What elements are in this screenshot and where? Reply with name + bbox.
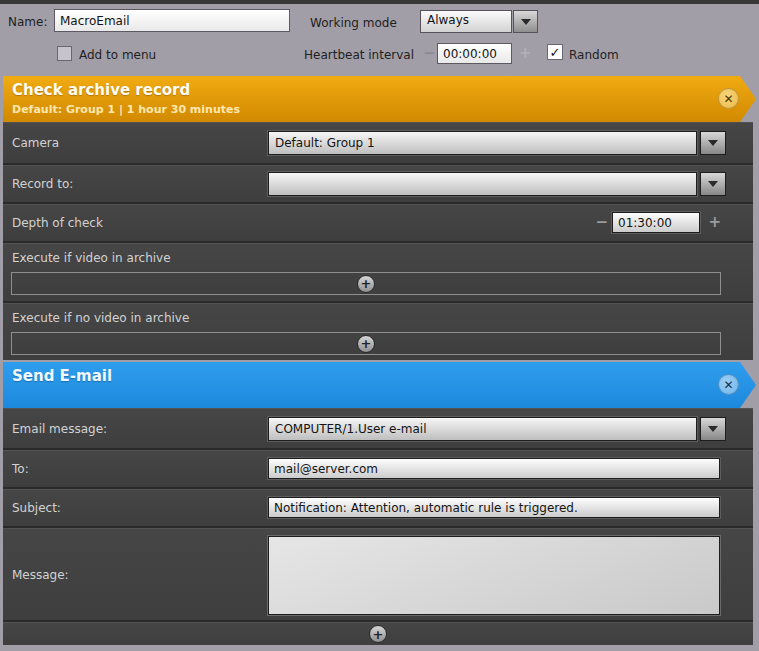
chevron-down-icon	[521, 19, 531, 25]
send-email-panel: Email message: COMPUTER/1.User e-mail To…	[3, 408, 753, 645]
execute-if-no-video-row: Execute if no video in archive +	[3, 303, 753, 360]
add-action-button[interactable]: +	[357, 275, 375, 293]
depth-input[interactable]	[612, 212, 700, 233]
chevron-down-icon	[708, 140, 718, 146]
heartbeat-plus-button[interactable]: +	[519, 44, 532, 62]
email-message-select[interactable]: COMPUTER/1.User e-mail	[268, 417, 697, 441]
depth-of-check-row: Depth of check − +	[3, 204, 753, 241]
depth-plus-button[interactable]: +	[708, 213, 721, 231]
to-input[interactable]	[268, 458, 720, 479]
execute-if-no-video-label: Execute if no video in archive	[12, 311, 189, 325]
record-to-row: Record to:	[3, 165, 753, 202]
depth-minus-button[interactable]: −	[595, 213, 608, 231]
subject-input[interactable]	[268, 497, 720, 518]
chevron-down-icon	[708, 181, 718, 187]
camera-label: Camera	[12, 136, 59, 150]
heartbeat-label: Heartbeat interval	[304, 48, 414, 62]
random-checkbox[interactable]: ✓	[547, 44, 563, 60]
send-email-header: Send E-mail ✕	[3, 362, 756, 408]
plus-icon: +	[361, 277, 372, 290]
top-edge-strip	[0, 0, 759, 4]
to-row: To:	[3, 450, 753, 487]
add-action-row: +	[3, 622, 753, 645]
camera-dropdown-button[interactable]	[700, 131, 726, 155]
execute-if-video-drop-zone[interactable]: +	[11, 272, 721, 295]
working-mode-dropdown-button[interactable]	[513, 10, 538, 33]
message-textarea[interactable]	[268, 536, 720, 615]
email-message-label: Email message:	[12, 422, 107, 436]
execute-if-video-label: Execute if video in archive	[12, 251, 171, 265]
plus-icon: +	[373, 628, 384, 641]
message-row: Message:	[3, 528, 753, 620]
check-archive-panel: Camera Default: Group 1 Record to: Depth…	[3, 122, 753, 360]
add-action-button[interactable]: +	[357, 335, 375, 353]
send-email-title: Send E-mail	[12, 367, 756, 385]
record-to-select[interactable]	[268, 172, 697, 196]
working-mode-label: Working mode	[310, 16, 397, 30]
record-to-dropdown-button[interactable]	[700, 172, 726, 196]
working-mode-select[interactable]: Always	[420, 10, 512, 33]
check-archive-header: Check archive record Default: Group 1 | …	[3, 76, 756, 122]
random-label: Random	[569, 48, 619, 62]
heartbeat-input[interactable]	[437, 43, 512, 64]
to-label: To:	[12, 462, 29, 476]
depth-of-check-label: Depth of check	[12, 216, 103, 230]
email-message-row: Email message: COMPUTER/1.User e-mail	[3, 408, 753, 448]
camera-select[interactable]: Default: Group 1	[268, 131, 697, 155]
name-input[interactable]	[54, 9, 290, 32]
execute-if-no-video-drop-zone[interactable]: +	[11, 332, 721, 355]
close-icon: ✕	[723, 378, 733, 392]
name-label: Name:	[8, 15, 47, 29]
check-archive-subtitle: Default: Group 1 | 1 hour 30 minutes	[12, 103, 756, 116]
add-to-menu-label: Add to menu	[79, 48, 156, 62]
camera-row: Camera Default: Group 1	[3, 122, 753, 163]
execute-if-video-row: Execute if video in archive +	[3, 243, 753, 301]
add-action-button[interactable]: +	[369, 625, 387, 643]
message-label: Message:	[12, 568, 69, 582]
chevron-down-icon	[708, 426, 718, 432]
close-icon: ✕	[723, 92, 733, 106]
plus-icon: +	[361, 337, 372, 350]
send-email-close-button[interactable]: ✕	[718, 374, 739, 395]
check-icon: ✓	[550, 45, 561, 60]
add-to-menu-checkbox[interactable]	[57, 46, 72, 61]
subject-label: Subject:	[12, 501, 61, 515]
email-message-dropdown-button[interactable]	[700, 417, 726, 441]
heartbeat-minus-button[interactable]: −	[423, 44, 436, 62]
check-archive-close-button[interactable]: ✕	[718, 88, 739, 109]
record-to-label: Record to:	[12, 177, 73, 191]
check-archive-title: Check archive record	[12, 81, 756, 99]
subject-row: Subject:	[3, 489, 753, 526]
macro-editor: Name: Working mode Always Add to menu He…	[0, 0, 759, 651]
